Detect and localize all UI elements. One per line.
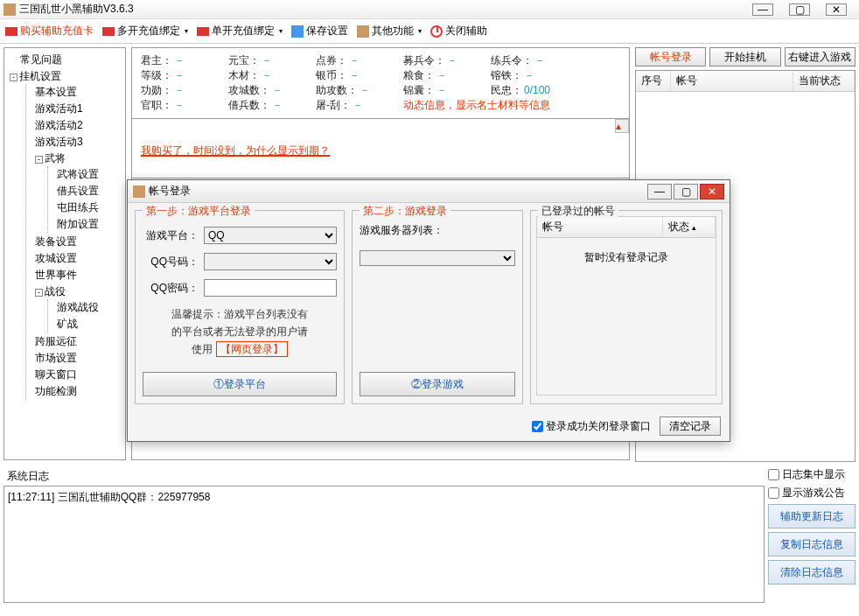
banner-text: 我购买了，时间没到，为什么显示到期？ ▴ (131, 119, 630, 178)
other-functions-button[interactable]: 其他功能 (357, 24, 422, 38)
centralize-log-checkbox[interactable]: 日志集中显示 (768, 467, 856, 482)
tree-shijie[interactable]: 世界事件 (31, 267, 123, 284)
stats-panel: 君主：－ 元宝：－ 点券：－ 募兵令：－ 练兵令：－ 等级：－ 木材：－ 银币：… (131, 47, 630, 119)
save-settings-button[interactable]: 保存设置 (291, 24, 348, 38)
card-icon (102, 27, 115, 36)
tree-fujia[interactable]: 附加设置 (53, 216, 123, 233)
multi-bind-button[interactable]: 多开充值绑定 (102, 24, 188, 38)
tree-root[interactable]: -挂机设置 基本设置 游戏活动1 游戏活动2 游戏活动3 -武将 武将设置 借兵… (6, 68, 123, 401)
col-state[interactable]: 状态 (663, 217, 716, 237)
qq-password-input[interactable] (204, 279, 337, 297)
tree-kuafu[interactable]: 跨服远征 (31, 333, 123, 350)
dialog-title: 帐号登录 (149, 184, 191, 199)
toolbar: 购买辅助充值卡 多开充值绑定 单开充值绑定 保存设置 其他功能 关闭辅助 (0, 19, 859, 44)
dialog-min-button[interactable]: — (647, 184, 672, 200)
start-hang-button[interactable]: 开始挂机 (709, 47, 780, 66)
dialog-icon (133, 186, 145, 198)
nav-tree[interactable]: 常见问题 -挂机设置 基本设置 游戏活动1 游戏活动2 游戏活动3 -武将 武将… (3, 47, 126, 460)
tree-jiebing[interactable]: 借兵设置 (53, 183, 123, 200)
tree-act2[interactable]: 游戏活动2 (31, 117, 123, 134)
qq-number-select[interactable] (204, 253, 337, 270)
minimize-button[interactable]: — (752, 4, 773, 16)
tree-tuntian[interactable]: 屯田练兵 (53, 200, 123, 216)
tree-wj-set[interactable]: 武将设置 (53, 166, 123, 183)
save-icon (291, 25, 304, 38)
autoclose-checkbox[interactable]: 登录成功关闭登录窗口 (532, 419, 651, 434)
tree-faq[interactable]: 常见问题 (6, 52, 123, 68)
close-window-button[interactable]: ✕ (826, 4, 847, 16)
account-login-button[interactable]: 帐号登录 (635, 47, 706, 66)
card-icon (5, 27, 17, 36)
tree-zhanyi[interactable]: -战役 游戏战役 矿战 (31, 284, 123, 333)
app-icon (3, 4, 16, 16)
tree-yxzy[interactable]: 游戏战役 (53, 299, 123, 316)
update-log-button[interactable]: 辅助更新日志 (768, 504, 856, 528)
login-platform-button[interactable]: ①登录平台 (143, 372, 337, 396)
card-icon (197, 27, 209, 36)
power-icon (430, 25, 443, 38)
tree-shichang[interactable]: 市场设置 (31, 350, 123, 367)
login-dialog: 帐号登录 — ▢ ✕ 第一步：游戏平台登录 游戏平台： QQ QQ号码： QQ密… (127, 179, 730, 442)
dialog-titlebar[interactable]: 帐号登录 — ▢ ✕ (128, 180, 730, 203)
logged-accounts-fieldset: 已登录过的帐号 帐号 状态 暂时没有登录记录 (530, 210, 723, 404)
log-area[interactable]: [11:27:11] 三国乱世辅助QQ群：225977958 (3, 486, 765, 603)
buy-card-button[interactable]: 购买辅助充值卡 (5, 24, 94, 38)
server-select[interactable] (360, 250, 515, 266)
maximize-button[interactable]: ▢ (789, 4, 810, 16)
col-account[interactable]: 帐号 (671, 71, 793, 91)
log-line: [11:27:11] 三国乱世辅助QQ群：225977958 (8, 490, 760, 505)
tree-wujiang[interactable]: -武将 武将设置 借兵设置 屯田练兵 附加设置 (31, 150, 123, 234)
tree-gongcheng[interactable]: 攻城设置 (31, 250, 123, 267)
dialog-close-button[interactable]: ✕ (700, 184, 724, 200)
copy-log-button[interactable]: 复制日志信息 (768, 532, 856, 556)
close-assist-button[interactable]: 关闭辅助 (430, 24, 487, 38)
tree-act3[interactable]: 游戏活动3 (31, 134, 123, 150)
col-state[interactable]: 当前状态 (793, 71, 855, 91)
collapse-icon[interactable]: - (35, 156, 43, 164)
log-label: 系统日志 (3, 467, 765, 486)
step1-fieldset: 第一步：游戏平台登录 游戏平台： QQ QQ号码： QQ密码： 温馨提示：游戏平… (135, 210, 345, 404)
clear-records-button[interactable]: 清空记录 (660, 416, 721, 436)
show-announce-checkbox[interactable]: 显示游戏公告 (768, 486, 856, 500)
tree-basic[interactable]: 基本设置 (31, 84, 123, 101)
scroll-up-button[interactable]: ▴ (615, 119, 629, 133)
enter-game-button[interactable]: 右键进入游戏 (785, 47, 856, 66)
dynamic-info: 动态信息，显示名士材料等信息 (403, 98, 578, 113)
tree-liaotian[interactable]: 聊天窗口 (31, 367, 123, 383)
col-seq[interactable]: 序号 (636, 71, 671, 91)
tree-zhuangbei[interactable]: 装备设置 (31, 234, 123, 250)
tree-act1[interactable]: 游戏活动1 (31, 101, 123, 117)
empty-records: 暂时没有登录记录 (536, 238, 716, 396)
tree-gongneng[interactable]: 功能检测 (31, 383, 123, 400)
web-login-link[interactable]: 【网页登录】 (216, 341, 288, 357)
tree-kuangzhan[interactable]: 矿战 (53, 316, 123, 332)
login-game-button[interactable]: ②登录游戏 (360, 372, 515, 396)
collapse-icon[interactable]: - (10, 74, 17, 81)
window-titlebar: 三国乱世小黑辅助V3.6.3 — ▢ ✕ (0, 0, 859, 19)
window-title: 三国乱世小黑辅助V3.6.3 (19, 2, 134, 17)
misc-icon (357, 25, 369, 38)
single-bind-button[interactable]: 单开充值绑定 (197, 24, 283, 38)
clear-log-button[interactable]: 清除日志信息 (768, 560, 856, 584)
platform-select[interactable]: QQ (204, 227, 337, 244)
step2-fieldset: 第二步：游戏登录 游戏服务器列表： ②登录游戏 (352, 210, 523, 404)
dialog-max-button[interactable]: ▢ (674, 184, 698, 200)
collapse-icon[interactable]: - (35, 289, 43, 297)
tip-text: 温馨提示：游戏平台列表没有 的平台或者无法登录的用户请 使用 【网页登录】 (143, 305, 337, 358)
col-account[interactable]: 帐号 (537, 217, 663, 237)
